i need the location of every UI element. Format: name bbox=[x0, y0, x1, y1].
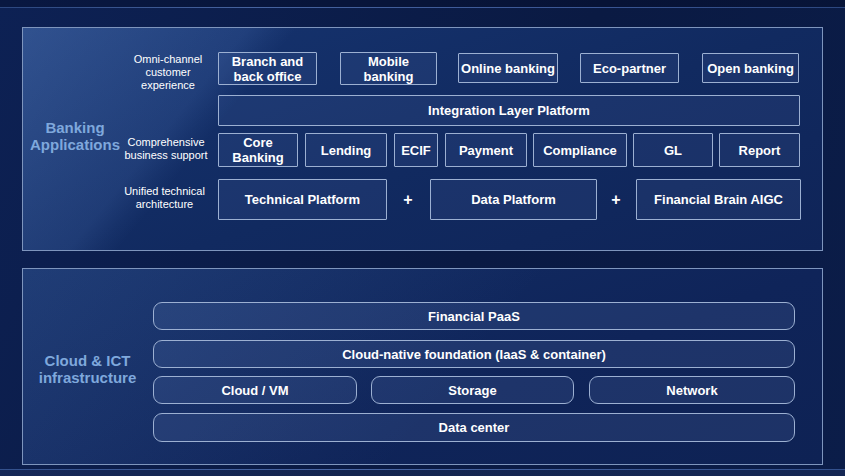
box-online-banking: Online banking bbox=[458, 53, 558, 83]
architecture-diagram: Banking Applications Omni-channel custom… bbox=[0, 0, 845, 476]
business-support-label: Comprehensive business support bbox=[117, 136, 215, 162]
technical-architecture-label: Unified technical architecture bbox=[114, 185, 215, 211]
box-report: Report bbox=[719, 133, 800, 167]
bottom-background-strip bbox=[0, 470, 845, 476]
omni-channel-label: Omni-channel customer experience bbox=[122, 53, 214, 92]
box-open-banking: Open banking bbox=[702, 53, 799, 83]
box-core-banking: Core Banking bbox=[218, 133, 298, 167]
box-technical-platform: Technical Platform bbox=[218, 179, 387, 220]
plus-sign-1: + bbox=[397, 179, 419, 220]
box-branch-back-office: Branch and back office bbox=[218, 52, 317, 85]
box-lending: Lending bbox=[305, 133, 387, 167]
box-mobile-banking: Mobile banking bbox=[340, 52, 437, 85]
box-network: Network bbox=[589, 376, 795, 404]
plus-sign-2: + bbox=[605, 179, 627, 220]
cloud-ict-title: Cloud & ICT infrastructure bbox=[30, 352, 145, 386]
box-gl: GL bbox=[633, 133, 713, 167]
box-financial-brain-aigc: Financial Brain AIGC bbox=[636, 179, 801, 220]
banking-applications-title: Banking Applications bbox=[24, 119, 126, 153]
box-cloud-vm: Cloud / VM bbox=[153, 376, 357, 404]
top-divider-line bbox=[0, 7, 845, 8]
box-ecif: ECIF bbox=[394, 133, 438, 167]
box-payment: Payment bbox=[445, 133, 527, 167]
box-compliance: Compliance bbox=[533, 133, 627, 167]
box-cloud-native-foundation: Cloud-native foundation (IaaS & containe… bbox=[153, 340, 795, 368]
box-financial-paas: Financial PaaS bbox=[153, 302, 795, 330]
top-background-strip bbox=[0, 0, 845, 7]
box-eco-partner: Eco-partner bbox=[580, 53, 679, 83]
box-data-center: Data center bbox=[153, 413, 795, 442]
box-integration-layer-platform: Integration Layer Platform bbox=[218, 95, 800, 126]
box-storage: Storage bbox=[371, 376, 574, 404]
box-data-platform: Data Platform bbox=[430, 179, 597, 220]
